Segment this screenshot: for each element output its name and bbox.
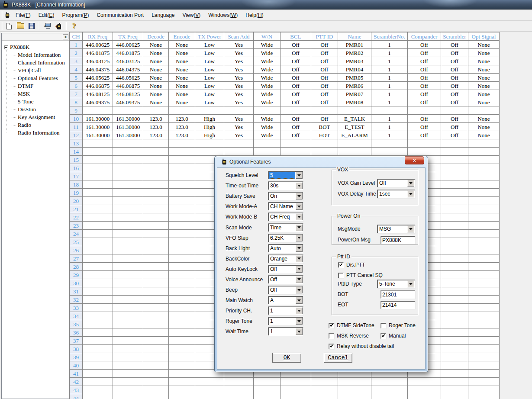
grid-cell[interactable]: Wide — [254, 49, 281, 57]
grid-cell[interactable]: Off — [311, 57, 338, 65]
grid-cell[interactable] — [468, 271, 500, 279]
text-input-21414[interactable]: 21414 — [380, 301, 415, 309]
grid-cell[interactable] — [169, 205, 195, 213]
grid-cell[interactable] — [143, 148, 169, 156]
grid-cell[interactable]: Off — [441, 41, 468, 49]
grid-cell[interactable] — [83, 328, 113, 337]
grid-cell[interactable] — [143, 205, 169, 213]
tree-root-px888k[interactable]: PX888K — [4, 43, 68, 51]
grid-cell[interactable]: 446.03125 — [83, 57, 113, 65]
grid-cell[interactable]: None — [468, 82, 500, 90]
grid-cell[interactable] — [468, 189, 500, 197]
grid-cell[interactable] — [311, 394, 338, 399]
grid-cell[interactable] — [169, 345, 195, 353]
combo-dropdown-button[interactable] — [296, 203, 303, 210]
grid-cell[interactable]: Off — [408, 98, 441, 106]
checkbox-roger-tone[interactable]: Roger Tone — [380, 322, 416, 328]
grid-cell[interactable]: Off — [408, 115, 441, 123]
grid-cell[interactable]: None — [143, 90, 169, 98]
grid-cell[interactable]: Wide — [254, 74, 281, 82]
checkbox-relay-without-disable-tail[interactable]: Relay without disable tail — [329, 343, 394, 349]
grid-cell[interactable]: 446.00625 — [113, 41, 143, 49]
new-file-button[interactable] — [4, 21, 14, 31]
grid-cell[interactable]: Yes — [224, 90, 254, 98]
tree-item-radio[interactable]: Radio — [12, 121, 68, 129]
grid-cell[interactable] — [195, 386, 224, 394]
grid-cell[interactable]: Off — [441, 74, 468, 82]
combo-orange[interactable]: Orange — [268, 254, 303, 263]
grid-cell[interactable] — [169, 156, 195, 164]
grid-cell[interactable] — [169, 304, 195, 312]
grid-cell[interactable] — [468, 222, 500, 230]
menu-item-program-p[interactable]: Program(P) — [58, 10, 93, 20]
tree-item-dtmf[interactable]: DTMF — [12, 82, 68, 90]
grid-cell[interactable] — [113, 345, 143, 353]
grid-cell[interactable]: None — [143, 41, 169, 49]
grid-cell[interactable]: 123.0 — [169, 123, 195, 131]
grid-cell[interactable] — [83, 205, 113, 213]
grid-cell[interactable] — [441, 246, 468, 254]
combo-dropdown-button[interactable] — [407, 280, 414, 287]
grid-cell[interactable] — [468, 213, 500, 222]
grid-cell[interactable]: Off — [408, 74, 441, 82]
grid-cell[interactable] — [468, 139, 500, 148]
combo-dropdown-button[interactable] — [296, 286, 303, 293]
grid-cell[interactable] — [468, 370, 500, 378]
grid-cell[interactable] — [83, 254, 113, 263]
grid-cell[interactable] — [468, 337, 500, 345]
grid-cell[interactable] — [113, 394, 143, 399]
combo-on[interactable]: On — [268, 192, 303, 200]
grid-cell[interactable] — [113, 328, 143, 337]
menu-item-communication-port[interactable]: Communication Port — [93, 10, 148, 20]
grid-cell[interactable]: Low — [195, 49, 224, 57]
grid-cell[interactable]: PMR08 — [338, 98, 371, 106]
grid-cell[interactable]: E_TEST — [338, 123, 371, 131]
grid-cell[interactable] — [169, 254, 195, 263]
menu-item-edit-e[interactable]: Edit(E) — [35, 10, 58, 20]
grid-cell[interactable]: 446.06875 — [83, 82, 113, 90]
grid-cell[interactable] — [371, 106, 408, 115]
grid-cell[interactable] — [224, 106, 254, 115]
grid-cell[interactable]: None — [169, 90, 195, 98]
grid-cell[interactable]: Off — [441, 82, 468, 90]
grid-cell[interactable]: PMR03 — [338, 57, 371, 65]
grid-cell[interactable]: 446.05625 — [113, 74, 143, 82]
grid-cell[interactable] — [441, 386, 468, 394]
grid-cell[interactable] — [468, 345, 500, 353]
checkbox-dis-ptt[interactable]: Dis.PTT — [338, 262, 365, 268]
menu-item-windows-w[interactable]: Windows(W) — [204, 10, 242, 20]
grid-cell[interactable]: None — [143, 98, 169, 106]
grid-cell[interactable] — [441, 139, 468, 148]
grid-cell[interactable] — [169, 328, 195, 337]
grid-cell[interactable] — [83, 189, 113, 197]
grid-cell[interactable] — [468, 263, 500, 271]
grid-cell[interactable] — [441, 271, 468, 279]
grid-cell[interactable] — [113, 156, 143, 164]
tree-collapse-icon[interactable] — [4, 45, 8, 49]
grid-cell[interactable]: Off — [311, 115, 338, 123]
grid-cell[interactable] — [143, 304, 169, 312]
grid-cell[interactable]: Off — [441, 115, 468, 123]
grid-cell[interactable] — [143, 254, 169, 263]
grid-cell[interactable]: Yes — [224, 49, 254, 57]
grid-cell[interactable] — [371, 139, 408, 148]
grid-cell[interactable]: None — [468, 65, 500, 74]
grid-cell[interactable]: 446.01875 — [83, 49, 113, 57]
checkbox-box[interactable] — [380, 333, 386, 339]
grid-cell[interactable] — [113, 370, 143, 378]
grid-cell[interactable]: 446.04375 — [113, 65, 143, 74]
grid-cell[interactable]: 1 — [371, 90, 408, 98]
tree-item-msk[interactable]: MSK — [12, 90, 68, 98]
grid-cell[interactable]: Off — [311, 41, 338, 49]
grid-cell[interactable] — [254, 378, 281, 386]
grid-cell[interactable] — [441, 172, 468, 180]
grid-cell[interactable] — [113, 189, 143, 197]
grid-cell[interactable]: Yes — [224, 123, 254, 131]
grid-cell[interactable]: 1 — [371, 123, 408, 131]
grid-cell[interactable] — [468, 254, 500, 263]
grid-cell[interactable]: E_TALK — [338, 115, 371, 123]
grid-cell[interactable] — [441, 148, 468, 156]
grid-cell[interactable] — [441, 361, 468, 370]
grid-cell[interactable] — [169, 271, 195, 279]
grid-cell[interactable] — [143, 263, 169, 271]
